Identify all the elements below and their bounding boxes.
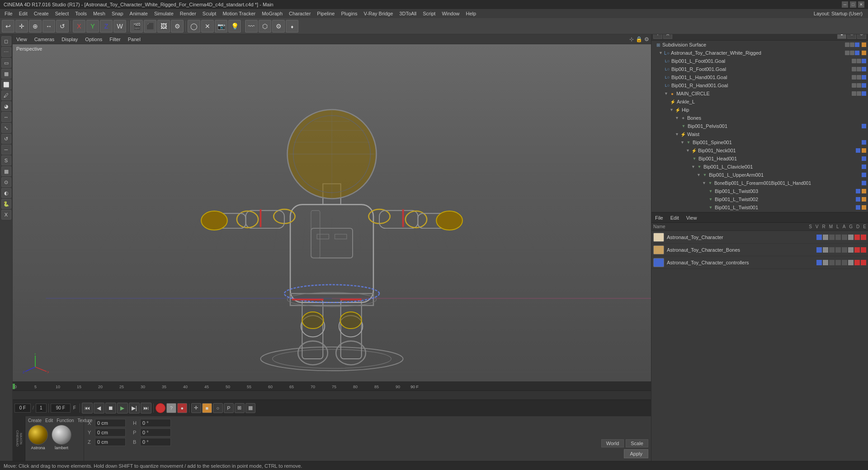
prev-frame-button[interactable]: ◀	[94, 403, 104, 414]
b-rotation-input[interactable]	[140, 438, 171, 446]
menu-help[interactable]: Help	[463, 10, 479, 17]
x-position-input[interactable]	[95, 419, 126, 427]
tool-spline-pen-button[interactable]: S	[1, 155, 11, 165]
timeline-ruler[interactable]: 0 5 10 15 20 25 30 35 40 45 50 55 60 65 …	[13, 382, 651, 391]
menu-animate[interactable]: Animate	[127, 10, 151, 17]
om-dot[interactable]	[852, 83, 856, 88]
om-row-hip[interactable]: ▼ ⚡ Hip	[651, 106, 868, 114]
mat-header-function[interactable]: Function	[57, 418, 74, 423]
om-dot[interactable]	[852, 67, 856, 71]
auto-keyframe-button[interactable]: ●	[177, 403, 187, 413]
mm-row-bones[interactable]: Astronaut_Toy_Character_Bones	[651, 244, 868, 256]
om-row-rfoot[interactable]: L○ Bip001_R_Foot001.Goal	[651, 65, 868, 73]
tool-mirror-button[interactable]: ◐	[1, 188, 11, 198]
tool-rotate-button[interactable]: ↺	[1, 134, 11, 144]
menu-tools[interactable]: Tools	[72, 10, 90, 17]
om-row-neck[interactable]: ▼ ⚡ Bip001_Neck001	[651, 146, 868, 155]
menu-select[interactable]: Select	[52, 10, 72, 17]
tool-python-button[interactable]: 🐍	[1, 199, 11, 209]
scale-button[interactable]: ↔	[42, 20, 55, 33]
object-button[interactable]: ◯	[188, 20, 200, 33]
world-axis-button[interactable]: W	[113, 20, 126, 33]
keyframe-question-button[interactable]: ?	[166, 403, 176, 413]
om-dot[interactable]	[852, 91, 856, 96]
object-manager-content[interactable]: ⊞ Subdivision Surface ▼ L○ Astronaut_Toy…	[651, 41, 868, 212]
mm-row-character[interactable]: Astronaut_Toy_Character	[651, 231, 868, 244]
om-row-twist001[interactable]: ▼ Bip001_L_Twist001	[651, 203, 868, 212]
p-rotation-input[interactable]	[140, 428, 171, 437]
om-dot[interactable]	[857, 91, 861, 96]
z-position-input[interactable]	[95, 438, 126, 446]
undo-button[interactable]: ↩	[2, 20, 14, 33]
menu-pipeline[interactable]: Pipeline	[314, 10, 337, 17]
om-dot[interactable]	[857, 83, 861, 88]
world-space-button[interactable]: World	[601, 439, 624, 447]
om-dot[interactable]	[857, 67, 861, 71]
play-button[interactable]: ▶	[117, 403, 128, 414]
om-row-bones[interactable]: ▼ ✦ Bones	[651, 114, 868, 122]
spline-button[interactable]: 〰	[245, 20, 258, 33]
fps-input[interactable]	[36, 404, 47, 413]
render-settings-button[interactable]: ⚙	[171, 20, 184, 33]
scale-button-coord[interactable]: Scale	[626, 439, 648, 447]
mat-header-create[interactable]: Create	[28, 418, 42, 423]
menu-snap[interactable]: Snap	[109, 10, 126, 17]
keyframe-add-button[interactable]: ✛	[191, 403, 201, 413]
menu-vray[interactable]: V-Ray Bridge	[361, 10, 396, 17]
rotate-button[interactable]: ↺	[56, 20, 69, 33]
tool-scale-button[interactable]: ⤡	[1, 123, 11, 133]
timeline-end-button[interactable]: ▦	[245, 403, 255, 413]
render-button[interactable]: 🎬	[130, 20, 143, 33]
surface-button[interactable]: ⬡	[259, 20, 271, 33]
menu-simulate[interactable]: Simulate	[151, 10, 176, 17]
om-row-spine[interactable]: ▼ ▼ Bip001_Spine001	[651, 138, 868, 146]
om-row-waist[interactable]: ▼ ⚡ Waist	[651, 130, 868, 138]
om-row-astronaut[interactable]: ▼ L○ Astronaut_Toy_Character_White_Rigge…	[651, 49, 868, 57]
menu-edit[interactable]: Edit	[16, 10, 30, 17]
om-row-twist002[interactable]: ▼ Bip001_L_Twist002	[651, 195, 868, 203]
om-row-l-hand[interactable]: ▼ Bip001_L_Hand001	[651, 212, 868, 212]
menu-window[interactable]: Window	[439, 10, 462, 17]
mat-ball-lambert[interactable]: lambert	[51, 425, 72, 450]
om-row-l-upperarm[interactable]: ▼ ▼ Bip001_L_UpperArm001	[651, 171, 868, 179]
menu-mesh[interactable]: Mesh	[90, 10, 108, 17]
om-row-rhand-goal[interactable]: L○ Bip001_R_Hand001.Goal	[651, 81, 868, 89]
om-dot[interactable]	[852, 75, 856, 80]
minimize-button[interactable]: ─	[842, 1, 848, 8]
timeline-track[interactable]	[13, 391, 651, 400]
render-to-picture-button[interactable]: 🖼	[157, 20, 170, 33]
tool-uv-button[interactable]: ⬜	[1, 80, 11, 89]
tool-mode-button[interactable]: ◻	[1, 36, 11, 46]
menu-3dtoall[interactable]: 3DToAll	[396, 10, 419, 17]
om-dot[interactable]	[857, 75, 861, 80]
generator-button[interactable]: ⚙	[272, 20, 285, 33]
tool-line-button[interactable]: ─	[1, 145, 11, 155]
om-row-l-clavicle[interactable]: ▼ ▼ Bip001_L_Clavicle001	[651, 163, 868, 171]
current-frame-input[interactable]	[14, 404, 31, 413]
record-button[interactable]	[156, 403, 165, 413]
menu-motion-tracker[interactable]: Motion Tracker	[220, 10, 258, 17]
live-select-button[interactable]: ✛	[15, 20, 28, 33]
keyframe-square-button[interactable]: ■	[202, 403, 212, 413]
null-button[interactable]: ✕	[201, 20, 214, 33]
tool-sculpt-button[interactable]: ◕	[1, 101, 11, 111]
menu-character[interactable]: Character	[286, 10, 313, 17]
tool-move-button[interactable]: ↔	[1, 112, 11, 122]
om-dot[interactable]	[850, 51, 854, 55]
om-row-ankle[interactable]: ⚡ Ankle_L	[651, 98, 868, 106]
tool-matrix-button[interactable]: ▦	[1, 166, 11, 176]
mm-row-controllers[interactable]: Astronaut_Toy_Character_controllers	[651, 256, 868, 269]
menu-plugins[interactable]: Plugins	[338, 10, 360, 17]
menu-create[interactable]: Create	[31, 10, 52, 17]
om-row-head[interactable]: ▼ Bip001_Head001	[651, 155, 868, 163]
om-row-pelvis[interactable]: ▼ Bip001_Pelvis001	[651, 122, 868, 130]
om-dot[interactable]	[845, 51, 849, 55]
om-row-l-forearm[interactable]: ▼ ▼ BoneBip001_L_Forearm001Bip001_L_Hand…	[651, 179, 868, 187]
keyframe-grid-button[interactable]: ⊞	[235, 403, 245, 413]
om-row-twist003[interactable]: ▼ Bip001_L_Twist003	[651, 187, 868, 195]
deformer-button[interactable]: ⬧	[286, 20, 298, 33]
close-button[interactable]: ✕	[858, 1, 864, 8]
keyframe-p-button[interactable]: P	[224, 403, 234, 413]
next-frame-button[interactable]: ▶|	[129, 403, 140, 414]
tool-edges-button[interactable]: ▭	[1, 58, 11, 68]
